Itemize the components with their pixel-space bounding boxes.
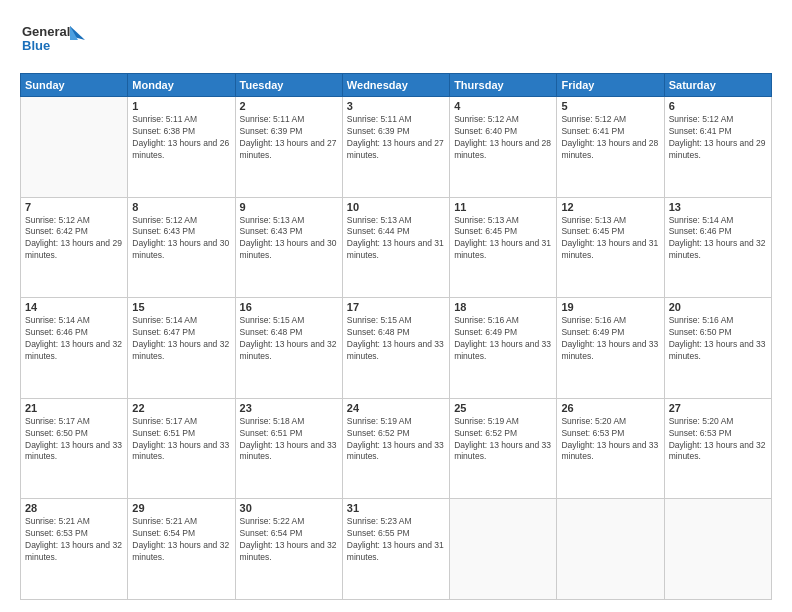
day-number: 18	[454, 301, 552, 313]
day-info: Sunrise: 5:13 AMSunset: 6:45 PMDaylight:…	[454, 215, 552, 263]
day-number: 30	[240, 502, 338, 514]
calendar-cell: 14Sunrise: 5:14 AMSunset: 6:46 PMDayligh…	[21, 298, 128, 399]
day-info: Sunrise: 5:20 AMSunset: 6:53 PMDaylight:…	[669, 416, 767, 464]
calendar-cell: 10Sunrise: 5:13 AMSunset: 6:44 PMDayligh…	[342, 197, 449, 298]
day-info: Sunrise: 5:12 AMSunset: 6:40 PMDaylight:…	[454, 114, 552, 162]
day-info: Sunrise: 5:18 AMSunset: 6:51 PMDaylight:…	[240, 416, 338, 464]
day-info: Sunrise: 5:14 AMSunset: 6:46 PMDaylight:…	[669, 215, 767, 263]
calendar-cell: 23Sunrise: 5:18 AMSunset: 6:51 PMDayligh…	[235, 398, 342, 499]
calendar-cell: 18Sunrise: 5:16 AMSunset: 6:49 PMDayligh…	[450, 298, 557, 399]
calendar-cell: 17Sunrise: 5:15 AMSunset: 6:48 PMDayligh…	[342, 298, 449, 399]
day-info: Sunrise: 5:15 AMSunset: 6:48 PMDaylight:…	[347, 315, 445, 363]
day-number: 1	[132, 100, 230, 112]
calendar-cell: 29Sunrise: 5:21 AMSunset: 6:54 PMDayligh…	[128, 499, 235, 600]
day-number: 27	[669, 402, 767, 414]
weekday-header: Monday	[128, 74, 235, 97]
day-info: Sunrise: 5:20 AMSunset: 6:53 PMDaylight:…	[561, 416, 659, 464]
calendar-cell: 15Sunrise: 5:14 AMSunset: 6:47 PMDayligh…	[128, 298, 235, 399]
day-number: 28	[25, 502, 123, 514]
calendar-cell: 31Sunrise: 5:23 AMSunset: 6:55 PMDayligh…	[342, 499, 449, 600]
weekday-header: Saturday	[664, 74, 771, 97]
weekday-header: Thursday	[450, 74, 557, 97]
calendar-cell: 6Sunrise: 5:12 AMSunset: 6:41 PMDaylight…	[664, 97, 771, 198]
day-info: Sunrise: 5:16 AMSunset: 6:50 PMDaylight:…	[669, 315, 767, 363]
day-info: Sunrise: 5:11 AMSunset: 6:39 PMDaylight:…	[240, 114, 338, 162]
day-number: 19	[561, 301, 659, 313]
calendar-cell: 26Sunrise: 5:20 AMSunset: 6:53 PMDayligh…	[557, 398, 664, 499]
calendar-cell: 9Sunrise: 5:13 AMSunset: 6:43 PMDaylight…	[235, 197, 342, 298]
day-info: Sunrise: 5:13 AMSunset: 6:45 PMDaylight:…	[561, 215, 659, 263]
calendar-cell: 12Sunrise: 5:13 AMSunset: 6:45 PMDayligh…	[557, 197, 664, 298]
calendar-cell: 2Sunrise: 5:11 AMSunset: 6:39 PMDaylight…	[235, 97, 342, 198]
day-number: 17	[347, 301, 445, 313]
weekday-header: Wednesday	[342, 74, 449, 97]
day-number: 4	[454, 100, 552, 112]
calendar-cell: 4Sunrise: 5:12 AMSunset: 6:40 PMDaylight…	[450, 97, 557, 198]
day-number: 7	[25, 201, 123, 213]
weekday-header: Sunday	[21, 74, 128, 97]
day-number: 25	[454, 402, 552, 414]
day-info: Sunrise: 5:21 AMSunset: 6:54 PMDaylight:…	[132, 516, 230, 564]
logo: General Blue	[20, 18, 85, 63]
calendar-cell	[450, 499, 557, 600]
day-number: 15	[132, 301, 230, 313]
day-number: 24	[347, 402, 445, 414]
calendar-week-row: 1Sunrise: 5:11 AMSunset: 6:38 PMDaylight…	[21, 97, 772, 198]
page: General Blue SundayMondayTuesdayWednesda…	[0, 0, 792, 612]
day-number: 29	[132, 502, 230, 514]
calendar-cell: 30Sunrise: 5:22 AMSunset: 6:54 PMDayligh…	[235, 499, 342, 600]
calendar-cell: 16Sunrise: 5:15 AMSunset: 6:48 PMDayligh…	[235, 298, 342, 399]
day-info: Sunrise: 5:17 AMSunset: 6:51 PMDaylight:…	[132, 416, 230, 464]
day-info: Sunrise: 5:11 AMSunset: 6:38 PMDaylight:…	[132, 114, 230, 162]
day-info: Sunrise: 5:13 AMSunset: 6:43 PMDaylight:…	[240, 215, 338, 263]
day-info: Sunrise: 5:13 AMSunset: 6:44 PMDaylight:…	[347, 215, 445, 263]
day-info: Sunrise: 5:21 AMSunset: 6:53 PMDaylight:…	[25, 516, 123, 564]
day-info: Sunrise: 5:12 AMSunset: 6:43 PMDaylight:…	[132, 215, 230, 263]
day-number: 3	[347, 100, 445, 112]
day-info: Sunrise: 5:14 AMSunset: 6:46 PMDaylight:…	[25, 315, 123, 363]
day-info: Sunrise: 5:14 AMSunset: 6:47 PMDaylight:…	[132, 315, 230, 363]
calendar-cell: 27Sunrise: 5:20 AMSunset: 6:53 PMDayligh…	[664, 398, 771, 499]
calendar-week-row: 28Sunrise: 5:21 AMSunset: 6:53 PMDayligh…	[21, 499, 772, 600]
calendar-cell: 28Sunrise: 5:21 AMSunset: 6:53 PMDayligh…	[21, 499, 128, 600]
calendar-cell: 24Sunrise: 5:19 AMSunset: 6:52 PMDayligh…	[342, 398, 449, 499]
day-info: Sunrise: 5:12 AMSunset: 6:41 PMDaylight:…	[669, 114, 767, 162]
day-info: Sunrise: 5:15 AMSunset: 6:48 PMDaylight:…	[240, 315, 338, 363]
day-number: 22	[132, 402, 230, 414]
calendar-cell	[21, 97, 128, 198]
day-info: Sunrise: 5:19 AMSunset: 6:52 PMDaylight:…	[347, 416, 445, 464]
calendar-cell: 25Sunrise: 5:19 AMSunset: 6:52 PMDayligh…	[450, 398, 557, 499]
day-number: 5	[561, 100, 659, 112]
day-info: Sunrise: 5:19 AMSunset: 6:52 PMDaylight:…	[454, 416, 552, 464]
calendar-cell: 20Sunrise: 5:16 AMSunset: 6:50 PMDayligh…	[664, 298, 771, 399]
calendar-table: SundayMondayTuesdayWednesdayThursdayFrid…	[20, 73, 772, 600]
day-info: Sunrise: 5:12 AMSunset: 6:42 PMDaylight:…	[25, 215, 123, 263]
logo-svg: General Blue	[20, 18, 85, 63]
calendar-cell: 22Sunrise: 5:17 AMSunset: 6:51 PMDayligh…	[128, 398, 235, 499]
calendar-week-row: 14Sunrise: 5:14 AMSunset: 6:46 PMDayligh…	[21, 298, 772, 399]
day-number: 26	[561, 402, 659, 414]
day-number: 2	[240, 100, 338, 112]
calendar-cell	[557, 499, 664, 600]
calendar-cell: 7Sunrise: 5:12 AMSunset: 6:42 PMDaylight…	[21, 197, 128, 298]
svg-text:Blue: Blue	[22, 38, 50, 53]
day-info: Sunrise: 5:16 AMSunset: 6:49 PMDaylight:…	[561, 315, 659, 363]
day-info: Sunrise: 5:17 AMSunset: 6:50 PMDaylight:…	[25, 416, 123, 464]
day-number: 20	[669, 301, 767, 313]
day-number: 6	[669, 100, 767, 112]
day-number: 31	[347, 502, 445, 514]
calendar-cell	[664, 499, 771, 600]
header: General Blue	[20, 18, 772, 63]
day-number: 9	[240, 201, 338, 213]
calendar-cell: 5Sunrise: 5:12 AMSunset: 6:41 PMDaylight…	[557, 97, 664, 198]
day-info: Sunrise: 5:16 AMSunset: 6:49 PMDaylight:…	[454, 315, 552, 363]
day-number: 13	[669, 201, 767, 213]
weekday-header: Tuesday	[235, 74, 342, 97]
calendar-cell: 3Sunrise: 5:11 AMSunset: 6:39 PMDaylight…	[342, 97, 449, 198]
calendar-week-row: 7Sunrise: 5:12 AMSunset: 6:42 PMDaylight…	[21, 197, 772, 298]
day-number: 16	[240, 301, 338, 313]
calendar-cell: 19Sunrise: 5:16 AMSunset: 6:49 PMDayligh…	[557, 298, 664, 399]
day-info: Sunrise: 5:12 AMSunset: 6:41 PMDaylight:…	[561, 114, 659, 162]
calendar-cell: 11Sunrise: 5:13 AMSunset: 6:45 PMDayligh…	[450, 197, 557, 298]
day-info: Sunrise: 5:11 AMSunset: 6:39 PMDaylight:…	[347, 114, 445, 162]
